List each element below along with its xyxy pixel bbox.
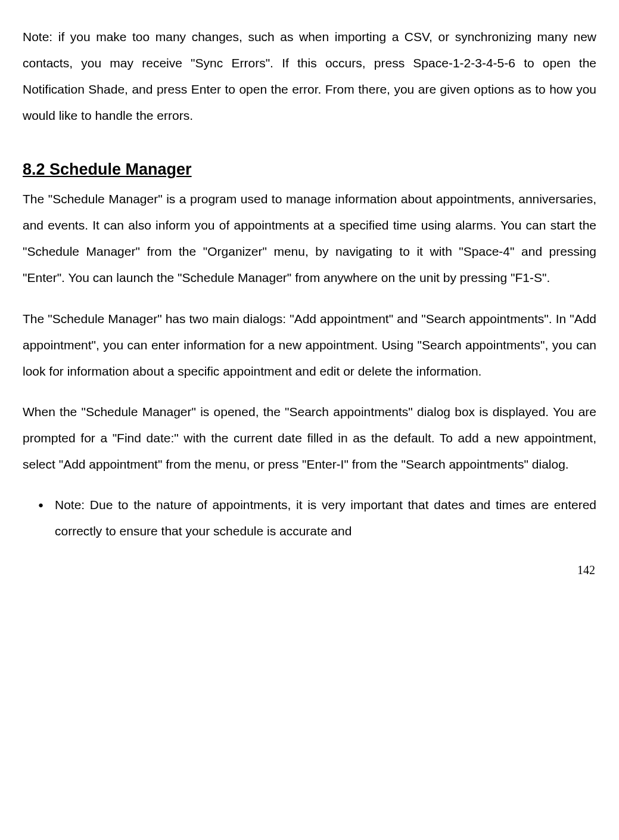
section-heading-8-2: 8.2 Schedule Manager <box>23 159 596 181</box>
note-paragraph-1: Note: if you make too many changes, such… <box>23 24 596 129</box>
bullet-list: Note: Due to the nature of appointments,… <box>23 492 596 544</box>
bullet-item-1: Note: Due to the nature of appointments,… <box>55 492 596 544</box>
body-paragraph-3: When the "Schedule Manager" is opened, t… <box>23 399 596 478</box>
page-number: 142 <box>23 557 596 582</box>
body-paragraph-2: The "Schedule Manager" has two main dial… <box>23 306 596 385</box>
body-paragraph-1: The "Schedule Manager" is a program used… <box>23 186 596 291</box>
